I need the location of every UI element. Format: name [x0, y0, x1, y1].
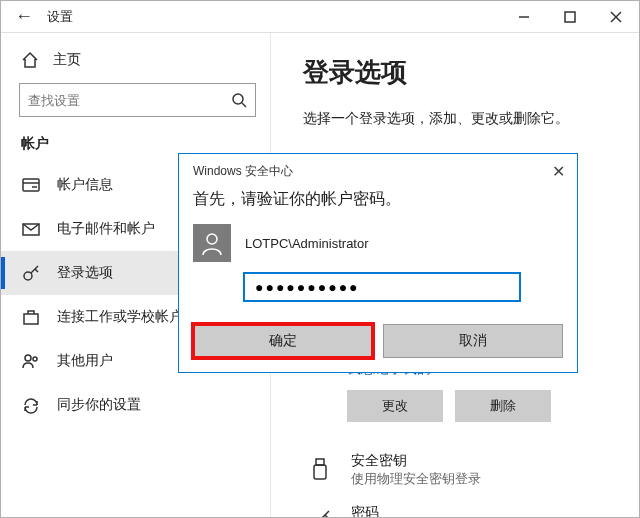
option-title: 密码 [351, 504, 481, 518]
page-subtitle: 选择一个登录选项，添加、更改或删除它。 [303, 110, 611, 128]
svg-line-12 [35, 269, 38, 272]
dialog-title: Windows 安全中心 [193, 163, 293, 180]
security-dialog: Windows 安全中心 ✕ 首先，请验证你的帐户密码。 LOTPC\Admin… [178, 153, 578, 373]
back-button[interactable]: ← [1, 6, 47, 27]
dialog-username: LOTPC\Administrator [245, 236, 369, 251]
page-title: 登录选项 [303, 55, 611, 90]
maximize-button[interactable] [547, 1, 593, 33]
svg-line-5 [242, 103, 246, 107]
svg-rect-19 [316, 459, 324, 465]
search-input[interactable] [28, 93, 231, 108]
people-icon [21, 351, 41, 371]
id-card-icon [21, 175, 41, 195]
window-title: 设置 [47, 8, 73, 26]
sidebar-item-label: 登录选项 [57, 264, 113, 282]
search-box[interactable] [19, 83, 256, 117]
svg-rect-13 [24, 314, 38, 324]
briefcase-icon [21, 307, 41, 327]
usb-icon [303, 452, 337, 486]
sidebar-item-label: 其他用户 [57, 352, 113, 370]
home-icon [21, 51, 39, 69]
svg-point-10 [24, 272, 32, 280]
dialog-close-button[interactable]: ✕ [552, 162, 565, 181]
svg-point-14 [25, 355, 31, 361]
person-icon [199, 230, 225, 256]
key-icon [303, 504, 337, 518]
svg-point-24 [207, 234, 217, 244]
delete-button[interactable]: 删除 [455, 390, 551, 422]
dialog-message: 首先，请验证你的帐户密码。 [179, 185, 577, 224]
option-title: 安全密钥 [351, 452, 481, 470]
sidebar-item-label: 帐户信息 [57, 176, 113, 194]
svg-rect-20 [314, 465, 326, 479]
mail-icon [21, 219, 41, 239]
change-button[interactable]: 更改 [347, 390, 443, 422]
sidebar-item-label: 连接工作或学校帐户 [57, 308, 183, 326]
minimize-button[interactable] [501, 1, 547, 33]
svg-rect-1 [565, 12, 575, 22]
home-label: 主页 [53, 51, 81, 69]
password-input[interactable] [243, 272, 521, 302]
option-security-key[interactable]: 安全密钥 使用物理安全密钥登录 [303, 444, 611, 496]
svg-rect-6 [23, 179, 39, 191]
svg-point-4 [233, 94, 243, 104]
option-desc: 使用物理安全密钥登录 [351, 470, 481, 488]
home-link[interactable]: 主页 [1, 45, 270, 83]
sidebar-item-sync[interactable]: 同步你的设置 [1, 383, 270, 427]
svg-point-15 [33, 357, 37, 361]
close-button[interactable] [593, 1, 639, 33]
sidebar-item-label: 电子邮件和帐户 [57, 220, 155, 238]
avatar [193, 224, 231, 262]
sync-icon [21, 395, 41, 415]
sidebar-item-label: 同步你的设置 [57, 396, 141, 414]
option-password[interactable]: 密码 使用你的帐户密码登录 [303, 496, 611, 518]
key-icon [21, 263, 41, 283]
titlebar: ← 设置 [1, 1, 639, 33]
search-icon [231, 92, 247, 108]
ok-button[interactable]: 确定 [193, 324, 373, 358]
cancel-button[interactable]: 取消 [383, 324, 563, 358]
